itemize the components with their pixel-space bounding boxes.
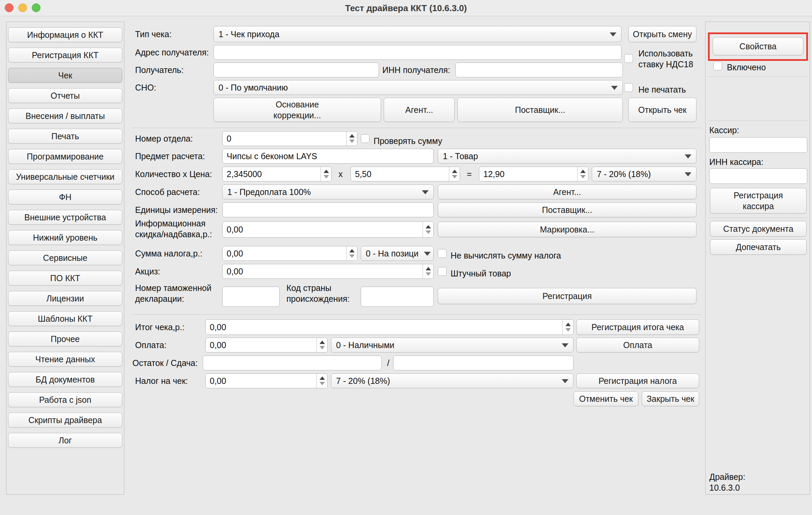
- spinner-buttons[interactable]: [316, 338, 327, 352]
- info-discount-value: 0,00: [223, 222, 423, 237]
- supplier-button-top[interactable]: Поставщик...: [457, 98, 623, 122]
- spinner-buttons[interactable]: [562, 320, 573, 335]
- piece-goods-checkbox[interactable]: [438, 267, 447, 276]
- customs-declaration-input[interactable]: [222, 287, 280, 307]
- sidebar-item-чек[interactable]: Чек: [8, 68, 122, 83]
- sidebar-item-прочее[interactable]: Прочее: [8, 332, 122, 346]
- sidebar-item-печать[interactable]: Печать: [8, 129, 122, 144]
- units-input[interactable]: [222, 202, 434, 217]
- item-vat-select[interactable]: 7 - 20% (18%): [592, 167, 696, 181]
- recipient-inn-input[interactable]: [455, 63, 623, 77]
- sidebar-item-внешние-устройства[interactable]: Внешние устройства: [8, 210, 122, 225]
- sidebar-item-скрипты-драйвера[interactable]: Скрипты драйвера: [8, 413, 122, 427]
- agent-button-top[interactable]: Агент...: [384, 98, 455, 122]
- no-tax-calc-checkbox[interactable]: [438, 249, 447, 258]
- tax-mode-select[interactable]: 0 - На позици: [361, 246, 434, 261]
- driver-label: Драйвер:: [709, 472, 745, 482]
- marking-button[interactable]: Маркировка...: [438, 222, 696, 237]
- tax-sum-spinner[interactable]: 0,00: [222, 246, 357, 261]
- sidebar-item-фн[interactable]: ФН: [8, 190, 122, 204]
- spinner-buttons[interactable]: [449, 167, 460, 181]
- cashier-input[interactable]: [709, 137, 807, 153]
- item-type-select[interactable]: 1 - Товар: [438, 149, 696, 164]
- sidebar-item-информация-о-ккт[interactable]: Информация о ККТ: [8, 27, 122, 42]
- spinner-buttons[interactable]: [346, 246, 357, 261]
- sidebar-item-по-ккт[interactable]: ПО ККТ: [8, 271, 122, 286]
- department-spinner[interactable]: 0: [222, 131, 357, 146]
- open-receipt-button[interactable]: Открыть чек: [628, 98, 696, 122]
- info-discount-spinner[interactable]: 0,00: [222, 221, 434, 238]
- chevron-down-icon: [611, 86, 618, 90]
- recipient-address-input[interactable]: [213, 45, 621, 60]
- sum-spinner[interactable]: 12,90: [479, 167, 588, 181]
- receipt-type-select[interactable]: 1 - Чек прихода: [213, 26, 621, 42]
- payment-method-select[interactable]: 1 - Предоплата 100%: [222, 185, 434, 199]
- reprint-button[interactable]: Допечатать: [710, 239, 807, 255]
- use-vat18-label: Использовать ставку НДС18: [638, 48, 706, 70]
- sidebar-item-сервисные[interactable]: Сервисные: [8, 250, 122, 265]
- spinner-buttons[interactable]: [423, 222, 433, 237]
- payment-spinner[interactable]: 0,00: [205, 338, 328, 352]
- supplier-button-item[interactable]: Поставщик...: [438, 202, 696, 217]
- change-left-input[interactable]: [203, 355, 382, 370]
- registration-button[interactable]: Регистрация: [438, 288, 696, 304]
- receipt-total-label: Итог чека,р.:: [135, 322, 184, 332]
- excise-spinner[interactable]: 0,00: [222, 264, 434, 279]
- agent-button-item[interactable]: Агент...: [438, 185, 696, 199]
- payment-value: 0,00: [206, 338, 316, 352]
- sidebar-item-работа-с-json[interactable]: Работа с json: [8, 392, 122, 407]
- cashier-registration-button[interactable]: Регистрация кассира: [710, 188, 807, 214]
- item-input[interactable]: [222, 149, 434, 164]
- enabled-checkbox[interactable]: [713, 62, 722, 70]
- payment-type-select[interactable]: 0 - Наличными: [331, 338, 574, 352]
- tax-registration-button[interactable]: Регистрация налога: [576, 373, 699, 388]
- recipient-input[interactable]: [213, 63, 379, 77]
- use-vat18-checkbox[interactable]: [624, 54, 633, 63]
- correction-basis-button[interactable]: Основание коррекции...: [213, 98, 381, 122]
- sidebar-item-регистрация-ккт[interactable]: Регистрация ККТ: [8, 48, 122, 63]
- chevron-down-icon: [610, 32, 616, 36]
- quantity-value: 2,345000: [223, 167, 321, 181]
- open-shift-button[interactable]: Открыть смену: [628, 26, 696, 42]
- tax-sum-value: 0,00: [223, 246, 346, 261]
- spinner-buttons[interactable]: [423, 264, 433, 278]
- receipt-type-label: Тип чека:: [135, 29, 172, 39]
- item-vat-value: 7 - 20% (18%): [597, 169, 651, 179]
- excise-value: 0,00: [223, 264, 423, 278]
- price-spinner[interactable]: 5,50: [351, 167, 460, 181]
- receipt-tax-spinner[interactable]: 0,00: [205, 373, 328, 388]
- tax-sum-label: Сумма налога,р.:: [135, 248, 202, 259]
- properties-button[interactable]: Свойства: [713, 37, 803, 55]
- sno-value: 0 - По умолчанию: [219, 83, 288, 93]
- document-status-button[interactable]: Статус документа: [710, 221, 807, 237]
- sidebar-item-шаблоны-ккт[interactable]: Шаблоны ККТ: [8, 311, 122, 326]
- receipt-total-spinner[interactable]: 0,00: [205, 319, 574, 335]
- sidebar-item-универсальные-счетчики[interactable]: Универсальные счетчики: [8, 169, 122, 184]
- total-registration-button[interactable]: Регистрация итога чека: [576, 319, 699, 335]
- sno-select[interactable]: 0 - По умолчанию: [213, 80, 623, 95]
- cashier-inn-input[interactable]: [709, 168, 807, 184]
- separator: [132, 128, 701, 128]
- verify-sum-checkbox[interactable]: [361, 134, 370, 143]
- receipt-tax-type-select[interactable]: 7 - 20% (18%): [331, 373, 574, 388]
- sidebar-item-внесения-выплаты[interactable]: Внесения / выплаты: [8, 108, 122, 123]
- chevron-down-icon: [422, 190, 429, 194]
- spinner-buttons[interactable]: [577, 167, 588, 181]
- change-right-input[interactable]: [393, 355, 574, 370]
- sidebar-item-нижний-уровень[interactable]: Нижний уровень: [8, 230, 122, 245]
- sidebar-item-программирование[interactable]: Программирование: [8, 149, 122, 164]
- sidebar-item-отчеты[interactable]: Отчеты: [8, 88, 122, 103]
- spinner-buttons[interactable]: [316, 374, 327, 388]
- sidebar-item-лог[interactable]: Лог: [8, 433, 122, 448]
- close-receipt-button[interactable]: Закрыть чек: [642, 391, 699, 406]
- payment-button[interactable]: Оплата: [576, 338, 699, 352]
- spinner-buttons[interactable]: [321, 167, 331, 181]
- quantity-spinner[interactable]: 2,345000: [222, 167, 332, 181]
- no-print-checkbox[interactable]: [624, 83, 633, 92]
- spinner-buttons[interactable]: [346, 131, 357, 146]
- sidebar-item-бд-документов[interactable]: БД документов: [8, 372, 122, 387]
- sidebar-item-чтение-данных[interactable]: Чтение данных: [8, 352, 122, 367]
- cancel-receipt-button[interactable]: Отменить чек: [574, 391, 638, 406]
- sidebar-item-лицензии[interactable]: Лицензии: [8, 291, 122, 306]
- country-code-input[interactable]: [361, 287, 434, 307]
